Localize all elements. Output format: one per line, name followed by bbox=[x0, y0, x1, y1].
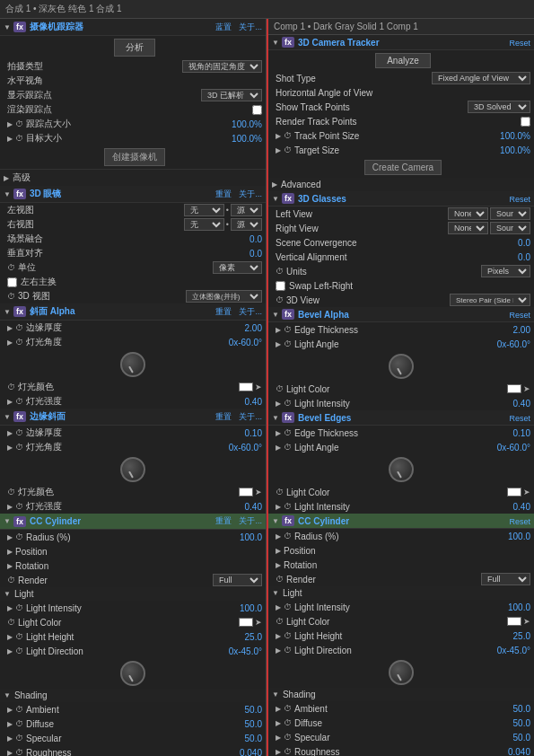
left-cc-shading-divider[interactable]: ▼ Shading bbox=[0, 689, 266, 702]
right-camera-reset[interactable]: Reset bbox=[509, 38, 530, 48]
right-bevel-edges-reset[interactable]: Reset bbox=[509, 413, 530, 423]
left-cc-cylinder-header[interactable]: ▼ fx CC Cylinder 重置 关于... bbox=[0, 514, 266, 530]
right-cc-light-color-row: ⏱ Light Color ➤ bbox=[268, 614, 534, 629]
left-bevel-edges-header[interactable]: ▼ fx 边缘斜面 重置 关于... bbox=[0, 409, 266, 426]
left-shot-type-select[interactable]: 视角的固定角度 bbox=[182, 60, 262, 73]
left-render-track-checkbox[interactable] bbox=[252, 105, 262, 115]
left-ba-knob[interactable] bbox=[120, 352, 145, 377]
left-analyze-btn[interactable]: 分析 bbox=[114, 39, 155, 57]
left-be-knob[interactable] bbox=[120, 457, 145, 482]
right-cc-fx: fx bbox=[282, 515, 294, 526]
right-right-view-sel2[interactable]: Source bbox=[490, 222, 530, 234]
right-cc-render-select[interactable]: Full bbox=[481, 573, 530, 585]
right-bevel-alpha-header[interactable]: ▼ fx Bevel Alpha Reset bbox=[268, 307, 534, 322]
right-bevel-alpha-reset[interactable]: Reset bbox=[509, 310, 530, 320]
left-bevel-edges-controls[interactable]: 重置 关于... bbox=[215, 411, 262, 423]
right-cc-light-label: Light bbox=[283, 588, 302, 598]
left-bevel-alpha-fx: fx bbox=[13, 306, 26, 317]
left-bevel-alpha-header[interactable]: ▼ fx 斜面 Alpha 重置 关于... bbox=[0, 303, 266, 321]
right-be-color-swatch[interactable] bbox=[507, 488, 521, 497]
right-glasses-header[interactable]: ▼ fx 3D Glasses Reset bbox=[268, 191, 534, 207]
right-render-track-label: Render Track Points bbox=[276, 117, 521, 127]
left-bevel-alpha-controls[interactable]: 重置 关于... bbox=[215, 306, 262, 318]
right-cc-roughness-value: 0.040 bbox=[508, 747, 530, 757]
left-left-view-select2[interactable]: 源 bbox=[231, 204, 262, 216]
right-track-size-icon: ⏱ bbox=[284, 131, 292, 140]
left-cc-ld-value: 0x-45.0° bbox=[229, 646, 262, 656]
left-scene-conv-label: 场景融合 bbox=[7, 233, 246, 245]
right-ba-color-swatch[interactable] bbox=[507, 384, 521, 393]
right-right-view-sel1[interactable]: None bbox=[448, 222, 488, 234]
left-cc-specular-row: ▶ ⏱ Specular 50.0 bbox=[0, 731, 266, 745]
right-cc-diffuse-row: ▶ ⏱ Diffuse 50.0 bbox=[268, 716, 534, 730]
right-bevel-edges-header[interactable]: ▼ fx Bevel Edges Reset bbox=[268, 410, 534, 426]
left-be-knob-row bbox=[0, 454, 266, 485]
left-glasses-header[interactable]: ▼ fx 3D 眼镜 重置 关于... bbox=[0, 186, 266, 203]
left-cc-light-divider[interactable]: ▼ Light bbox=[0, 587, 266, 601]
left-units-select[interactable]: 像素 bbox=[213, 261, 262, 274]
left-glasses-fx: fx bbox=[13, 189, 26, 199]
left-vert-align-value: 0.0 bbox=[249, 249, 262, 259]
right-analyze-btn[interactable]: Analyze bbox=[375, 53, 431, 68]
left-cc-radius-row: ▶ ⏱ Radius (%) 100.0 bbox=[0, 530, 266, 544]
right-render-track-row: Render Track Points bbox=[268, 114, 534, 128]
right-be-knob[interactable] bbox=[389, 457, 414, 482]
left-ba-color-swatch[interactable] bbox=[239, 382, 253, 391]
right-cc-cylinder-header[interactable]: ▼ fx CC Cylinder Reset bbox=[268, 514, 534, 529]
left-show-track-select[interactable]: 3D 已解析 bbox=[201, 89, 262, 101]
left-create-camera-btn[interactable]: 创建摄像机 bbox=[104, 148, 165, 166]
left-render-track-label: 渲染跟踪点 bbox=[7, 103, 252, 116]
left-cc-rotation-label: Rotation bbox=[15, 561, 262, 571]
left-cc-roughness-row: ▶ ⏱ Roughness 0.040 bbox=[0, 745, 266, 756]
left-be-arrow-icon: ➤ bbox=[255, 488, 262, 497]
left-be-intensity-label: 灯光强度 bbox=[26, 500, 241, 513]
right-swap-lr-checkbox[interactable] bbox=[276, 281, 285, 291]
left-shot-type-label: 拍摄类型 bbox=[7, 60, 182, 73]
left-3d-view-icon: ⏱ bbox=[7, 292, 15, 301]
left-advanced-row[interactable]: ▶ 高级 bbox=[0, 170, 266, 186]
right-cc-shading-divider[interactable]: ▼ Shading bbox=[268, 688, 534, 701]
left-camera-tracker-header[interactable]: ▼ fx 摄像机跟踪器 蓝置 关于... bbox=[0, 19, 266, 36]
left-3d-view-select[interactable]: 立体图像(并排) bbox=[186, 290, 262, 303]
left-right-view-select1[interactable]: 无 bbox=[184, 218, 224, 231]
right-show-track-select[interactable]: 3D Solved bbox=[468, 101, 530, 113]
left-glasses-controls[interactable]: 重置 关于... bbox=[215, 189, 262, 200]
right-cc-reset[interactable]: Reset bbox=[509, 516, 530, 526]
right-advanced-row[interactable]: ▶ Advanced bbox=[268, 178, 534, 191]
right-left-view-sel1[interactable]: None bbox=[448, 207, 488, 220]
right-cc-lc-swatch[interactable] bbox=[507, 617, 521, 626]
left-horiz-angle-label: 水平视角 bbox=[7, 75, 262, 87]
left-camera-tracker-title: 摄像机跟踪器 bbox=[30, 21, 83, 33]
left-cc-render-select[interactable]: Full bbox=[213, 574, 262, 586]
left-cc-specular-label: Specular bbox=[26, 734, 241, 743]
left-cc-light-height-row: ▶ ⏱ Light Height 25.0 bbox=[0, 629, 266, 644]
left-swap-lr-checkbox[interactable] bbox=[7, 277, 17, 287]
left-left-view-select1[interactable]: 无 bbox=[184, 204, 224, 216]
right-left-view-sel2[interactable]: Source bbox=[490, 207, 530, 220]
left-cc-knob[interactable] bbox=[120, 661, 145, 686]
right-render-track-checkbox[interactable] bbox=[521, 117, 530, 127]
left-camera-reset[interactable]: 蓝置 关于... bbox=[215, 22, 262, 33]
right-vert-align-row: Vertical Alignment 0.0 bbox=[268, 250, 534, 264]
right-cc-knob[interactable] bbox=[389, 660, 414, 685]
right-cc-render-row: ⏱ Render Full bbox=[268, 572, 534, 586]
right-be-intensity-label: Light Intensity bbox=[294, 502, 510, 512]
left-be-color-swatch[interactable] bbox=[239, 488, 253, 497]
right-3d-view-select[interactable]: Stereo Pair (Side by Sid~ bbox=[450, 294, 530, 306]
right-create-camera-btn[interactable]: Create Camera bbox=[364, 160, 442, 175]
right-cc-light-divider[interactable]: ▼ Light bbox=[268, 586, 534, 600]
right-camera-tracker-header[interactable]: ▼ fx 3D Camera Tracker Reset bbox=[268, 35, 534, 50]
left-right-view-select2[interactable]: 源 bbox=[231, 218, 262, 231]
right-glasses-reset[interactable]: Reset bbox=[509, 194, 530, 204]
left-camera-tracker-chevron: ▼ bbox=[4, 23, 11, 31]
left-cc-controls[interactable]: 重置 关于... bbox=[215, 515, 262, 527]
right-units-select[interactable]: Pixels bbox=[481, 265, 530, 277]
right-shot-type-select[interactable]: Fixed Angle of View bbox=[432, 72, 530, 84]
left-cc-lc-swatch[interactable] bbox=[239, 618, 253, 627]
right-ba-light-intensity-row: ▶ ⏱ Light Intensity 0.40 bbox=[268, 396, 534, 410]
right-ba-light-color-row: ⏱ Light Color ➤ bbox=[268, 382, 534, 396]
top-bar: 合成 1 • 深灰色 纯色 1 合成 1 bbox=[0, 0, 534, 19]
right-ba-knob[interactable] bbox=[389, 354, 414, 379]
left-right-view-label: 右视图 bbox=[7, 218, 184, 231]
right-camera-tracker-title: 3D Camera Tracker bbox=[298, 38, 380, 48]
